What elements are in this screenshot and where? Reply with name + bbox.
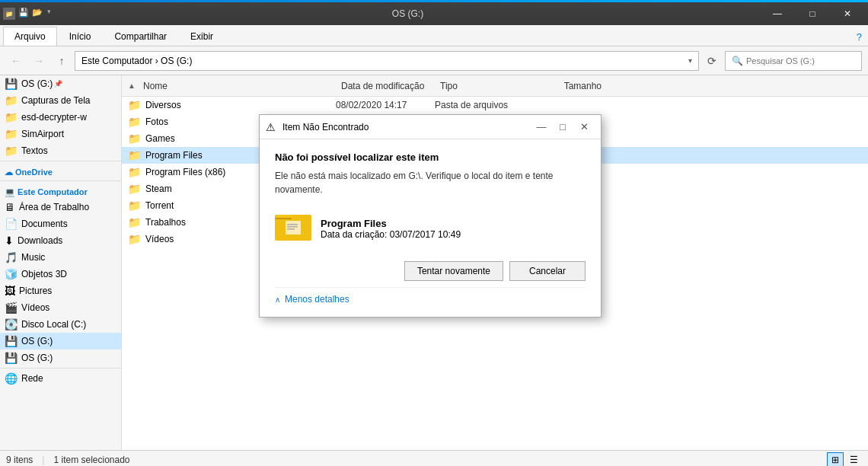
- drive-icon: 💾: [5, 352, 18, 364]
- dialog-close-button[interactable]: ✕: [573, 116, 595, 138]
- help-button[interactable]: ?: [850, 28, 868, 46]
- title-bar: 📁 💾 📂 ▾ OS (G:) — □ ✕: [0, 2, 868, 25]
- view-icons-button[interactable]: ☰: [845, 452, 862, 467]
- sidebar-section-computador[interactable]: 💻 Este Computador: [0, 183, 121, 199]
- items-count: 9 itens: [6, 455, 33, 465]
- status-bar: 9 itens | 1 item selecionado ⊞ ☰: [0, 450, 868, 466]
- sidebar-item-pictures[interactable]: 🖼 Pictures: [0, 282, 121, 299]
- open-icon[interactable]: 📂: [32, 8, 43, 20]
- cancel-button[interactable]: Cancelar: [509, 261, 586, 281]
- dialog-warning-icon: ⚠: [266, 121, 278, 133]
- sidebar-item-textos[interactable]: 📁 Textos: [0, 142, 121, 159]
- sidebar-item-simairport[interactable]: 📁 SimAirport: [0, 126, 121, 142]
- tab-arquivo[interactable]: Arquivo: [3, 27, 57, 46]
- dialog-controls: — □ ✕: [531, 116, 595, 138]
- sidebar-item-area-trabalho[interactable]: 🖥 Área de Trabalho: [0, 199, 121, 215]
- dialog-body: Não foi possível localizar este item Ele…: [260, 139, 601, 317]
- refresh-button[interactable]: ⟳: [702, 51, 722, 71]
- network-icon: 🌐: [5, 372, 18, 385]
- dialog-folder-icon: [275, 209, 311, 249]
- minimize-button[interactable]: —: [760, 2, 795, 25]
- sidebar-item-disco-local[interactable]: 💽 Disco Local (C:): [0, 316, 121, 333]
- sidebar-item-esd[interactable]: 📁 esd-decrypter-w: [0, 109, 121, 126]
- view-controls: ⊞ ☰: [827, 452, 862, 467]
- dialog-item-not-found: ⚠ Item Não Encontrado — □ ✕ Não foi poss…: [259, 114, 602, 318]
- expand-col: ▲: [128, 81, 140, 90]
- 3d-icon: 🧊: [5, 268, 18, 280]
- dialog-maximize-button[interactable]: □: [552, 116, 573, 138]
- status-separator: |: [42, 455, 44, 465]
- folder-icon: 📁: [128, 199, 141, 212]
- pictures-icon: 🖼: [5, 285, 15, 297]
- col-type-header[interactable]: Tipo: [437, 81, 528, 91]
- address-path-box[interactable]: Este Computador › OS (G:) ▾: [75, 51, 699, 71]
- sidebar-item-os-g-2[interactable]: 💾 OS (G:): [0, 350, 121, 366]
- svg-rect-4: [287, 224, 298, 225]
- sidebar-item-downloads[interactable]: ⬇ Downloads: [0, 232, 121, 249]
- selected-count: 1 item selecionado: [53, 455, 129, 465]
- window-title: OS (G:): [56, 8, 760, 19]
- videos-icon: 🎬: [5, 302, 18, 314]
- onedrive-icon: ☁: [5, 168, 13, 177]
- dialog-main-text: Não foi possível localizar este item: [275, 152, 586, 163]
- folder-icon: 📁: [128, 166, 141, 178]
- col-size-header[interactable]: Tamanho: [528, 81, 605, 91]
- col-date-header[interactable]: Data de modificação: [338, 81, 437, 91]
- sidebar-item-music[interactable]: 🎵 Music: [0, 249, 121, 266]
- dialog-item-date: Data da criação: 03/07/2017 10:49: [321, 229, 461, 240]
- tab-inicio[interactable]: Início: [58, 27, 103, 46]
- forward-button[interactable]: →: [29, 51, 49, 71]
- sidebar-item-documents[interactable]: 📄 Documents: [0, 215, 121, 232]
- maximize-button[interactable]: □: [795, 2, 830, 25]
- drive-icon: 💾: [5, 78, 18, 90]
- close-button[interactable]: ✕: [830, 2, 865, 25]
- folder-icon: 📁: [128, 149, 141, 161]
- dialog-sub-text: Ele não está mais localizado em G:\. Ver…: [275, 169, 586, 196]
- dialog-title: Item Não Encontrado: [282, 122, 531, 132]
- folder-icon: 📁: [5, 94, 18, 107]
- folder-icon: 📁: [128, 233, 141, 245]
- sidebar-item-os-g[interactable]: 💾 OS (G:): [0, 333, 121, 350]
- search-input[interactable]: [746, 56, 855, 65]
- folder-icon: 📁: [128, 116, 141, 128]
- dialog-item-info: Program Files Data da criação: 03/07/201…: [321, 218, 461, 240]
- less-details-label: Menos detalhes: [285, 294, 349, 305]
- downloads-icon: ⬇: [5, 235, 14, 247]
- tab-compartilhar[interactable]: Compartilhar: [103, 27, 178, 46]
- file-header: ▲ Nome Data de modificação Tipo Tamanho: [122, 75, 868, 97]
- dialog-footer[interactable]: ∧ Menos detalhes: [275, 287, 586, 305]
- sidebar-item-rede[interactable]: 🌐 Rede: [0, 370, 121, 387]
- ribbon-tabs: Arquivo Início Compartilhar Exibir ?: [0, 25, 868, 46]
- sidebar: 💾 OS (G:) 📌 📁 Capturas de Tela 📁 esd-dec…: [0, 75, 122, 450]
- table-row[interactable]: 📁 Diversos 08/02/2020 14:17 Pasta de arq…: [122, 97, 868, 113]
- dialog-buttons: Tentar novamente Cancelar: [275, 261, 586, 281]
- retry-button[interactable]: Tentar novamente: [404, 261, 503, 281]
- folder-icon: 📁: [5, 128, 18, 140]
- dialog-minimize-button[interactable]: —: [531, 116, 552, 138]
- sidebar-section-onedrive[interactable]: ☁ OneDrive: [0, 163, 121, 179]
- tab-exibir[interactable]: Exibir: [179, 27, 225, 46]
- search-box[interactable]: 🔍: [725, 51, 862, 71]
- sidebar-item-objetos3d[interactable]: 🧊 Objetos 3D: [0, 266, 121, 282]
- search-icon: 🔍: [732, 56, 743, 66]
- games-folder-icon: 📁: [128, 132, 141, 145]
- chevron-up-icon: ∧: [275, 295, 280, 304]
- pin-icon: 📌: [54, 80, 62, 88]
- view-details-button[interactable]: ⊞: [827, 452, 844, 467]
- address-dropdown-icon[interactable]: ▾: [688, 56, 692, 65]
- sidebar-item-os-g-pinned[interactable]: 💾 OS (G:) 📌: [0, 75, 121, 92]
- back-button[interactable]: ←: [6, 51, 26, 71]
- sidebar-item-capturas[interactable]: 📁 Capturas de Tela: [0, 92, 121, 109]
- svg-rect-5: [287, 226, 298, 228]
- window-icon: 📁: [3, 8, 15, 20]
- sidebar-item-videos[interactable]: 🎬 Vídeos: [0, 299, 121, 316]
- up-button[interactable]: ↑: [52, 51, 72, 71]
- folder-icon: 📁: [128, 216, 141, 228]
- save-icon[interactable]: 💾: [18, 8, 29, 20]
- desktop-icon: 🖥: [5, 201, 15, 213]
- folder-icon: 📁: [128, 183, 141, 195]
- col-name-header[interactable]: Nome: [140, 81, 338, 91]
- dropdown-arrow-icon[interactable]: ▾: [47, 8, 51, 20]
- music-icon: 🎵: [5, 251, 18, 263]
- computer-icon: 💻: [5, 187, 15, 196]
